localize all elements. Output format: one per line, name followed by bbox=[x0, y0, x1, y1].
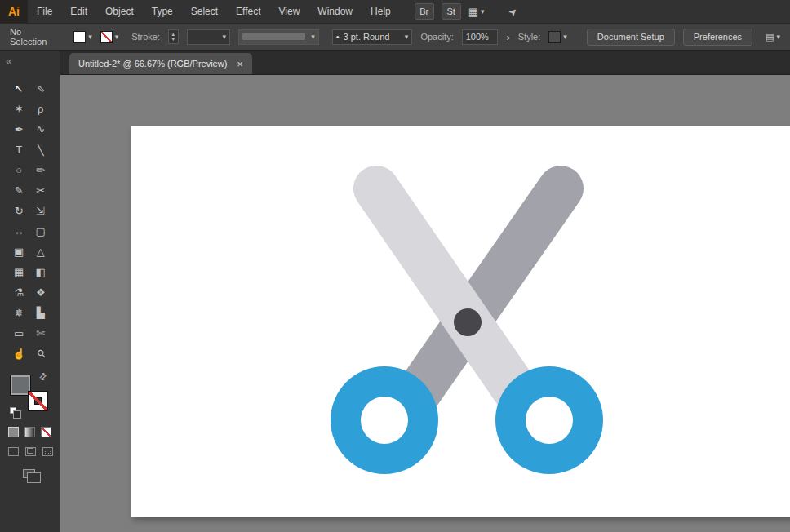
scissors-handle-left-hole bbox=[361, 397, 408, 444]
paint-mode-row bbox=[8, 427, 60, 437]
menu-item-type[interactable]: Type bbox=[143, 0, 182, 23]
mesh-tool[interactable]: ▦ bbox=[8, 262, 30, 282]
chevron-down-icon: ▾ bbox=[223, 33, 227, 41]
chevron-down-icon: ▾ bbox=[481, 7, 485, 16]
style-select[interactable]: ▾ bbox=[548, 31, 567, 43]
width-profile-preview bbox=[242, 33, 305, 40]
scissors-handle-right-hole bbox=[526, 397, 573, 444]
menubar-right-cluster: Br St ▦ ▾ ➤ bbox=[415, 3, 517, 20]
line-segment-tool[interactable]: ╲ bbox=[30, 140, 52, 159]
opacity-input[interactable]: 100% bbox=[462, 29, 499, 45]
arrange-documents-button[interactable]: ▦ ▾ bbox=[468, 6, 485, 18]
default-fill-stroke-icon[interactable] bbox=[10, 407, 16, 414]
opacity-value: 100% bbox=[466, 32, 495, 42]
stepper-down-icon[interactable]: ▾ bbox=[172, 37, 175, 42]
artboard-tool[interactable]: ▭ bbox=[8, 323, 30, 343]
illustrator-logo[interactable]: Ai bbox=[0, 0, 28, 23]
rotate-tool[interactable]: ↻ bbox=[8, 201, 30, 220]
stroke-weight-stepper[interactable]: ▴ ▾ bbox=[168, 29, 179, 44]
scissors-pivot[interactable] bbox=[454, 308, 482, 336]
ellipse-tool[interactable]: ○ bbox=[8, 160, 30, 180]
stroke-none-swatch-icon bbox=[100, 31, 113, 43]
shape-builder-tool[interactable]: ▣ bbox=[8, 242, 30, 261]
scissors-tool[interactable]: ✂ bbox=[30, 180, 52, 200]
opacity-panel-arrow[interactable]: › bbox=[506, 32, 509, 42]
curvature-tool[interactable]: ∿ bbox=[30, 119, 52, 139]
tool-grid: ↖ ⇖ ✶ ρ ✒ ∿ T ╲ ○ ✏ ✎ ✂ ↻ ⇲ ↔ ▢ ▣ △ ▦ ◧ bbox=[0, 75, 60, 363]
menu-item-effect[interactable]: Effect bbox=[227, 0, 269, 23]
canvas[interactable] bbox=[60, 75, 790, 532]
blend-tool[interactable]: ❖ bbox=[30, 282, 52, 302]
color-button[interactable] bbox=[8, 427, 19, 437]
tab-close-icon[interactable]: × bbox=[237, 59, 243, 69]
screen-mode-button[interactable] bbox=[23, 469, 35, 478]
fill-stroke-controls: ⇄ bbox=[10, 373, 52, 414]
scissors-artwork[interactable] bbox=[131, 126, 790, 517]
swap-fill-stroke-icon[interactable]: ⇄ bbox=[37, 370, 50, 383]
panel-menu-icon: ▤ bbox=[766, 32, 774, 42]
screen-mode-row bbox=[23, 469, 60, 478]
perspective-grid-tool[interactable]: △ bbox=[30, 242, 52, 261]
stroke-weight-select[interactable]: ▾ bbox=[187, 29, 230, 45]
paintbrush-tool[interactable]: ✏ bbox=[30, 160, 52, 180]
column-graph-tool[interactable]: ▙ bbox=[30, 303, 52, 322]
main-area: « ↖ ⇖ ✶ ρ ✒ ∿ T ╲ ○ ✏ ✎ ✂ ↻ ⇲ ↔ ▢ ▣ △ bbox=[0, 51, 790, 532]
menu-item-object[interactable]: Object bbox=[96, 0, 143, 23]
draw-behind-button[interactable] bbox=[25, 447, 36, 456]
scale-tool[interactable]: ⇲ bbox=[30, 201, 52, 220]
stroke-color-swatch[interactable] bbox=[28, 391, 48, 411]
control-panel-menu[interactable]: ▤ ▾ bbox=[766, 32, 780, 42]
free-transform-tool[interactable]: ▢ bbox=[30, 221, 52, 241]
gpu-performance-icon[interactable]: ➤ bbox=[505, 4, 520, 19]
width-profile-select[interactable]: ▾ bbox=[238, 29, 319, 45]
menu-item-select[interactable]: Select bbox=[182, 0, 227, 23]
draw-normal-button[interactable] bbox=[8, 447, 19, 456]
stroke-label: Stroke: bbox=[131, 32, 160, 42]
opacity-label: Opacity: bbox=[420, 32, 453, 42]
preferences-button[interactable]: Preferences bbox=[683, 29, 752, 46]
none-button[interactable] bbox=[41, 427, 51, 437]
menu-item-view[interactable]: View bbox=[270, 0, 309, 23]
app-window: Ai File Edit Object Type Select Effect V… bbox=[0, 0, 790, 532]
menu-item-edit[interactable]: Edit bbox=[61, 0, 96, 23]
lasso-tool[interactable]: ρ bbox=[30, 99, 52, 118]
chevron-down-icon: ▾ bbox=[88, 33, 92, 41]
direct-selection-tool[interactable]: ⇖ bbox=[30, 78, 52, 98]
document-area: Untitled-2* @ 66.67% (RGB/Preview) × bbox=[60, 51, 790, 532]
draw-inside-button[interactable] bbox=[42, 447, 53, 456]
tab-title: Untitled-2* @ 66.67% (RGB/Preview) bbox=[78, 59, 227, 69]
selection-tool[interactable]: ↖ bbox=[8, 78, 30, 98]
style-label: Style: bbox=[518, 32, 541, 42]
stock-button[interactable]: St bbox=[442, 3, 461, 20]
artboard[interactable] bbox=[131, 126, 790, 517]
chevron-down-icon: ▾ bbox=[405, 33, 409, 41]
menu-item-window[interactable]: Window bbox=[308, 0, 362, 23]
symbol-sprayer-tool[interactable]: ✵ bbox=[8, 303, 30, 322]
brush-definition-select[interactable]: • 3 pt. Round ▾ bbox=[332, 29, 413, 45]
pen-tool[interactable]: ✒ bbox=[8, 119, 30, 139]
drawing-mode-row bbox=[8, 447, 60, 456]
gradient-tool[interactable]: ◧ bbox=[30, 262, 52, 282]
brush-definition-value: 3 pt. Round bbox=[344, 32, 402, 42]
pencil-tool[interactable]: ✎ bbox=[8, 180, 30, 200]
menubar: Ai File Edit Object Type Select Effect V… bbox=[0, 0, 790, 23]
tools-panel-header: « bbox=[0, 51, 60, 75]
chevron-down-icon: ▾ bbox=[311, 33, 315, 41]
fill-color-control[interactable]: ▾ bbox=[73, 31, 92, 43]
zoom-tool[interactable]: ⚲ bbox=[26, 339, 55, 368]
menu-item-help[interactable]: Help bbox=[362, 0, 400, 23]
document-tab[interactable]: Untitled-2* @ 66.67% (RGB/Preview) × bbox=[69, 53, 252, 74]
chevron-down-icon: ▾ bbox=[115, 33, 119, 41]
bridge-button[interactable]: Br bbox=[415, 3, 434, 20]
eyedropper-tool[interactable]: ⚗ bbox=[8, 282, 30, 302]
panel-collapse-icon[interactable]: « bbox=[6, 55, 11, 67]
gradient-button[interactable] bbox=[24, 427, 35, 437]
chevron-down-icon: ▾ bbox=[776, 33, 780, 41]
width-tool[interactable]: ↔ bbox=[8, 221, 30, 241]
type-tool[interactable]: T bbox=[8, 140, 30, 159]
document-setup-button[interactable]: Document Setup bbox=[587, 29, 675, 46]
magic-wand-tool[interactable]: ✶ bbox=[8, 99, 30, 118]
stroke-color-control[interactable]: ▾ bbox=[100, 31, 119, 43]
menu-item-file[interactable]: File bbox=[28, 0, 61, 23]
selection-status: No Selection bbox=[10, 27, 59, 47]
